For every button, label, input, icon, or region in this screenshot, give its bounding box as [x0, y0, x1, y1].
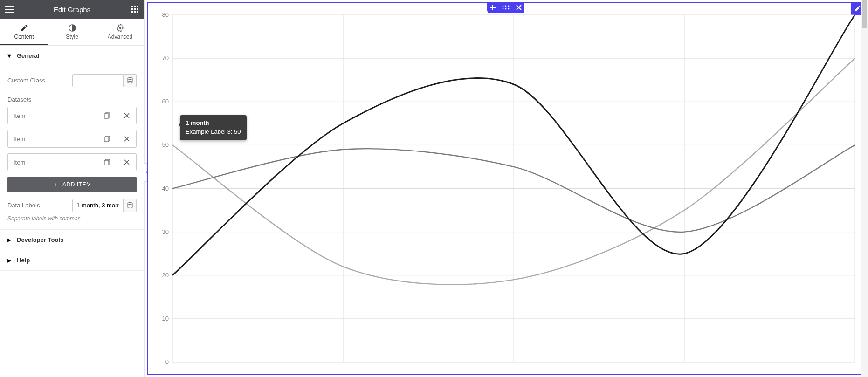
dataset-item-label: Item [8, 136, 97, 143]
apps-grid-button[interactable] [125, 0, 144, 19]
caret-down-icon: ▾ [7, 51, 13, 60]
custom-class-label: Custom Class [7, 77, 45, 84]
svg-rect-6 [131, 11, 133, 13]
tab-style[interactable]: Style [48, 19, 96, 45]
data-labels-help: Separate labels with commas [7, 215, 137, 222]
svg-point-18 [128, 202, 132, 204]
sidebar-tabs: Content Style Advanced [0, 19, 144, 46]
close-icon [124, 159, 130, 165]
line-chart: 01020304050607080 [153, 7, 859, 370]
tab-style-label: Style [48, 34, 96, 40]
dataset-item[interactable]: Item [7, 130, 137, 148]
svg-text:40: 40 [162, 185, 169, 192]
data-labels-dynamic-button[interactable] [124, 199, 137, 212]
datasets-label: Datasets [7, 96, 137, 103]
svg-point-11 [128, 77, 132, 79]
dataset-duplicate-button[interactable] [97, 154, 117, 171]
panel-help-title: Help [17, 257, 30, 264]
tab-content-label: Content [0, 34, 48, 40]
pencil-icon [21, 24, 28, 32]
svg-text:80: 80 [162, 11, 169, 18]
dataset-duplicate-button[interactable] [97, 130, 117, 147]
gear-icon [117, 24, 124, 32]
hamburger-menu-button[interactable] [0, 0, 19, 19]
chart-widget-frame[interactable]: 01020304050607080 1 month Example Label … [147, 2, 864, 375]
panel-developer-tools: ▸ Developer Tools [0, 230, 144, 250]
database-icon [127, 77, 133, 84]
panel-help: ▸ Help [0, 250, 144, 271]
add-item-label: ADD ITEM [62, 181, 91, 188]
svg-text:10: 10 [162, 315, 169, 322]
data-labels-label: Data Labels [7, 202, 40, 209]
panel-general: ▾ General Custom Class Datasets Item [0, 46, 144, 230]
copy-icon [104, 112, 110, 119]
svg-text:50: 50 [162, 141, 169, 148]
panel-developer-tools-toggle[interactable]: ▸ Developer Tools [0, 230, 144, 250]
database-icon [127, 202, 133, 209]
tab-advanced-label: Advanced [96, 34, 144, 40]
panel-general-body: Custom Class Datasets Item Item [0, 66, 144, 229]
svg-text:30: 30 [162, 228, 169, 235]
svg-rect-8 [137, 11, 138, 13]
svg-rect-3 [131, 8, 133, 10]
panel-developer-tools-title: Developer Tools [17, 236, 63, 243]
dataset-item-label: Item [8, 159, 97, 166]
custom-class-input[interactable] [72, 74, 124, 87]
svg-text:20: 20 [162, 272, 169, 279]
svg-text:60: 60 [162, 98, 169, 105]
svg-rect-7 [134, 11, 136, 13]
svg-rect-4 [134, 8, 136, 10]
scrollbar-thumb[interactable] [862, 0, 867, 28]
svg-rect-17 [104, 160, 109, 165]
caret-right-icon: ▸ [7, 235, 13, 244]
add-item-button[interactable]: ＋ ADD ITEM [7, 177, 137, 192]
panel-general-title: General [17, 52, 39, 59]
dataset-item[interactable]: Item [7, 107, 137, 124]
svg-text:70: 70 [162, 55, 169, 62]
vertical-scrollbar[interactable] [861, 0, 868, 377]
panel-general-toggle[interactable]: ▾ General [0, 46, 144, 66]
svg-rect-2 [137, 6, 138, 7]
dataset-item-label: Item [8, 112, 97, 119]
custom-class-dynamic-button[interactable] [124, 74, 137, 87]
dataset-remove-button[interactable] [117, 154, 136, 171]
plus-icon: ＋ [53, 181, 59, 189]
svg-text:0: 0 [165, 358, 169, 365]
caret-right-icon: ▸ [7, 256, 13, 265]
datasets-list: Item Item Item [7, 107, 137, 171]
sidebar-header: Edit Graphs [0, 0, 144, 19]
dataset-remove-button[interactable] [117, 107, 136, 124]
dataset-remove-button[interactable] [117, 130, 136, 147]
svg-rect-1 [134, 6, 136, 7]
copy-icon [104, 136, 110, 142]
svg-rect-0 [131, 6, 133, 7]
sidebar-title: Edit Graphs [19, 6, 125, 14]
hamburger-icon [5, 6, 14, 13]
dataset-item[interactable]: Item [7, 153, 137, 171]
contrast-icon [69, 24, 76, 32]
tab-advanced[interactable]: Advanced [96, 19, 144, 45]
close-icon [124, 136, 130, 142]
panel-help-toggle[interactable]: ▸ Help [0, 250, 144, 270]
data-labels-input[interactable] [72, 199, 124, 212]
canvas-area: 01020304050607080 1 month Example Label … [145, 0, 868, 377]
dataset-duplicate-button[interactable] [97, 107, 117, 124]
svg-point-10 [119, 27, 121, 29]
svg-rect-5 [137, 8, 138, 10]
editor-sidebar: Edit Graphs Content Style Advanced ▾ Gen… [0, 0, 145, 377]
tab-content[interactable]: Content [0, 19, 48, 45]
close-icon [124, 113, 130, 118]
copy-icon [104, 159, 110, 165]
grid-icon [131, 6, 138, 13]
svg-rect-15 [104, 137, 109, 142]
chart-container: 01020304050607080 1 month Example Label … [153, 7, 859, 370]
svg-rect-13 [104, 114, 109, 118]
